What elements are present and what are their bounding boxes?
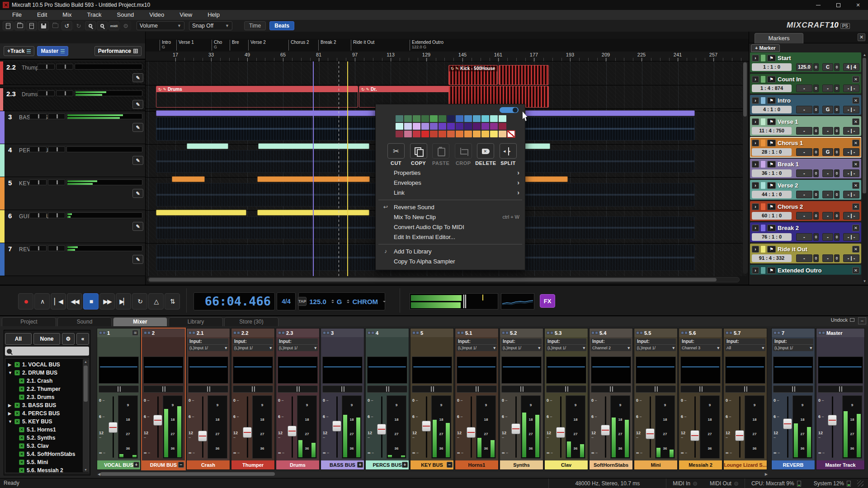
pan-slider[interactable] bbox=[29, 212, 47, 218]
context-menu-item[interactable]: ♪ Add To Library › bbox=[376, 246, 525, 256]
marker-flag-icon[interactable]: ⚑ bbox=[767, 55, 776, 61]
marker-key[interactable]: C bbox=[822, 63, 834, 71]
mixer-channel-strip[interactable]: 5.2 ⊞ Input: (L)Input 1/▾ 0612∞ bbox=[500, 328, 543, 470]
key-spinner[interactable] bbox=[834, 212, 840, 220]
marker-position[interactable]: 36 : 1 : 0 bbox=[752, 169, 792, 177]
pan-slider[interactable] bbox=[501, 385, 542, 393]
undock-control[interactable]: Undock bbox=[831, 317, 854, 323]
channel-name[interactable]: Horns1 bbox=[455, 460, 498, 469]
audio-clip[interactable]: ↻ ✎ bbox=[499, 65, 549, 85]
go-to-end-button[interactable]: ▶▏ bbox=[116, 293, 131, 310]
tempo-spinner[interactable] bbox=[813, 212, 819, 220]
track-tree-item[interactable]: ✕ 2.2. Thumper bbox=[5, 385, 89, 393]
volume-fader[interactable] bbox=[784, 396, 791, 458]
draw-tool-button[interactable]: ✎ bbox=[132, 189, 143, 198]
tempo-spinner[interactable] bbox=[813, 191, 819, 198]
section-label[interactable]: IntroG bbox=[160, 40, 171, 51]
color-swatch[interactable] bbox=[430, 131, 438, 137]
marker-time-signature[interactable]: - | - bbox=[843, 106, 859, 113]
pan-slider[interactable] bbox=[38, 90, 55, 96]
pan-slider[interactable] bbox=[546, 385, 586, 393]
mixer-channel-strip[interactable]: 7 Input: (L)Input 1/▾ 0612∞ bbox=[771, 328, 815, 470]
marker-card[interactable]: › ⚑ Verse 1 ✕ 11 : 4 : 750 - - bbox=[750, 116, 861, 136]
volume-fader[interactable] bbox=[602, 396, 609, 458]
color-swatch[interactable] bbox=[421, 115, 429, 122]
automation-type-select[interactable]: Volume▼ bbox=[137, 21, 184, 30]
delete-marker-button[interactable]: ✕ bbox=[852, 246, 859, 253]
eq-display[interactable] bbox=[99, 357, 139, 384]
audio-clip[interactable]: ↻ ✎ bbox=[258, 143, 369, 149]
width-slider[interactable] bbox=[56, 90, 73, 96]
color-swatch[interactable] bbox=[413, 131, 420, 137]
draw-tool-button[interactable]: ✎ bbox=[132, 123, 143, 132]
pan-slider[interactable] bbox=[636, 385, 676, 393]
track-tree-item[interactable]: ▼ ✕ 2. DRUM BUS bbox=[5, 369, 89, 377]
mixer-channel-strip[interactable]: Master Input: ▾ 0612∞ bbox=[816, 328, 865, 470]
audio-clip[interactable]: ↻ ✎ bbox=[187, 143, 228, 149]
width-slider[interactable] bbox=[48, 146, 65, 152]
marker-name[interactable]: Count In bbox=[778, 76, 850, 83]
marker-key[interactable]: - bbox=[822, 212, 834, 220]
context-menu-item[interactable]: Edit In External Editor... › bbox=[376, 232, 525, 242]
audio-clip[interactable]: ↻ ✎ bbox=[156, 210, 246, 216]
marker-time-signature[interactable]: - | - bbox=[843, 233, 859, 241]
eq-display[interactable] bbox=[501, 357, 542, 384]
volume-fader[interactable] bbox=[513, 396, 519, 458]
width-slider[interactable] bbox=[48, 212, 65, 218]
marker-expand-button[interactable]: › bbox=[752, 161, 759, 168]
zoom-out-icon[interactable]: + bbox=[97, 21, 108, 30]
expand-bus-button[interactable]: − bbox=[447, 462, 453, 468]
marker-flag-icon[interactable]: ⚑ bbox=[767, 203, 776, 210]
track-checkbox[interactable]: ✕ bbox=[14, 370, 20, 375]
pan-slider[interactable] bbox=[322, 385, 363, 393]
marker-tempo[interactable]: - bbox=[796, 169, 812, 177]
color-swatch[interactable] bbox=[413, 123, 420, 130]
close-button[interactable]: ✕ bbox=[848, 0, 868, 10]
marker-color-chip[interactable] bbox=[761, 225, 765, 231]
section-label[interactable]: Verse 1 bbox=[176, 40, 194, 51]
channel-header[interactable]: 5.2 ⊞ bbox=[500, 328, 543, 337]
select-none-button[interactable]: None bbox=[33, 333, 60, 345]
marker-name[interactable]: Ride it Out bbox=[778, 246, 850, 253]
marker-position[interactable]: 1 : 4 : 874 bbox=[752, 84, 792, 92]
marker-name[interactable]: Chorus 1 bbox=[778, 140, 850, 146]
color-swatch[interactable] bbox=[464, 131, 472, 137]
color-swatch[interactable] bbox=[464, 115, 472, 122]
edit-icon[interactable]: ✎ bbox=[456, 66, 459, 71]
tempo-spinner[interactable] bbox=[331, 300, 334, 303]
marker-key[interactable]: G bbox=[822, 148, 834, 156]
copy-button[interactable]: COPY bbox=[408, 143, 429, 166]
undo-icon[interactable]: ↺ bbox=[61, 21, 72, 30]
color-swatch[interactable] bbox=[481, 131, 489, 137]
track-header[interactable]: 4 PERCS BUS ✎ bbox=[0, 144, 145, 177]
arrange-vertical-scrollbar[interactable] bbox=[743, 61, 748, 274]
channel-header[interactable]: 2 ⊞ bbox=[142, 328, 185, 337]
expand-arrow-icon[interactable]: ▶ bbox=[8, 411, 14, 416]
input-select[interactable]: Channel 3▾ bbox=[680, 344, 721, 351]
track-tree-item[interactable]: ✕ 2.1. Crash bbox=[5, 377, 89, 385]
channel-header[interactable]: 5 ⊞ bbox=[410, 328, 453, 337]
channel-name[interactable]: KEY BUS− bbox=[410, 460, 453, 469]
color-swatch[interactable] bbox=[447, 123, 455, 130]
time-display[interactable]: 66:04.466 bbox=[193, 292, 275, 310]
color-swatch[interactable] bbox=[447, 115, 455, 122]
delete-marker-button[interactable]: ✕ bbox=[852, 267, 859, 274]
mixer-channel-strip[interactable]: 5.3 ⊞ Input: (L)Input 1/▾ 0612∞ bbox=[544, 328, 588, 470]
input-select[interactable]: (L)Input 1/▾ bbox=[233, 344, 273, 351]
input-select[interactable]: (L)Input 1/▾ bbox=[773, 344, 813, 351]
width-slider[interactable] bbox=[48, 245, 65, 251]
volume-fader[interactable] bbox=[155, 396, 161, 458]
expand-bus-button[interactable]: + bbox=[133, 462, 139, 468]
color-swatch[interactable] bbox=[396, 115, 403, 122]
marker-expand-button[interactable]: › bbox=[752, 55, 759, 61]
track-tree-item[interactable]: ▶ ✕ 1. VOCAL BUS bbox=[5, 361, 89, 369]
marker-card[interactable]: › ⚑ Count In ✕ 1 : 4 : 874 - - bbox=[750, 74, 861, 94]
context-menu-item[interactable]: ↩ Reverse Sound › bbox=[376, 202, 525, 212]
channel-header[interactable]: 4 ⊞ bbox=[366, 328, 409, 337]
playhead-line[interactable] bbox=[313, 61, 314, 276]
marker-flag-icon[interactable]: ⚑ bbox=[767, 118, 776, 125]
punch-in-out-button[interactable]: ⇅ bbox=[165, 293, 180, 310]
track-tree-item[interactable]: ▼ ✕ 5. KEY BUS bbox=[5, 418, 89, 426]
marker-expand-button[interactable]: › bbox=[752, 225, 759, 231]
channel-name[interactable]: REVERB bbox=[772, 460, 815, 469]
